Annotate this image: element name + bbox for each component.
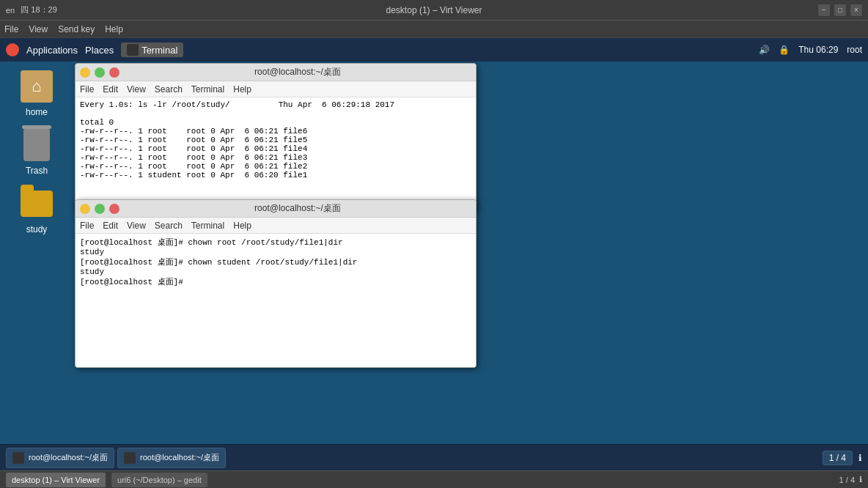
terminal-1-maximize[interactable] xyxy=(95,67,105,78)
vm-pager-icon[interactable]: ℹ xyxy=(858,453,862,463)
terminals-area: root@localhost:~/桌面 File Edit View Searc… xyxy=(73,62,868,444)
maximize-button[interactable]: □ xyxy=(834,4,846,16)
study-icon-label: study xyxy=(26,224,48,234)
home-icon-img xyxy=(19,69,54,104)
taskbar-terminal-icon-2 xyxy=(124,452,136,464)
trash-icon-label: Trash xyxy=(26,166,48,176)
titlebar-lang-time: en 四 18：29 xyxy=(6,4,57,15)
panel-right: 🔊 🔒 Thu 06:29 root xyxy=(759,45,862,55)
study-icon-img xyxy=(19,186,54,221)
vm-screen: Applications Places Terminal 🔊 🔒 Thu 06:… xyxy=(0,38,868,470)
outer-pager-icon: ℹ xyxy=(859,475,862,484)
language-indicator: en xyxy=(6,6,15,15)
menu-help[interactable]: Help xyxy=(105,24,123,34)
t2-menu-search[interactable]: Search xyxy=(155,221,183,231)
volume-icon[interactable]: 🔊 xyxy=(759,45,770,55)
t2-menu-edit[interactable]: Edit xyxy=(103,221,118,231)
terminal-1-minimize[interactable] xyxy=(80,67,90,78)
vm-top-panel: Applications Places Terminal 🔊 🔒 Thu 06:… xyxy=(0,38,868,62)
terminal-window-2[interactable]: root@localhost:~/桌面 File Edit View Searc… xyxy=(75,199,477,368)
menu-sendkey[interactable]: Send key xyxy=(58,24,95,34)
terminal-2-content: [root@localhost 桌面]# chown root /root/st… xyxy=(76,234,476,367)
terminal-window-1[interactable]: root@localhost:~/桌面 File Edit View Searc… xyxy=(75,63,477,210)
outer-taskbar-item-2[interactable]: uri6 (~/Desktop) – gedit xyxy=(111,473,207,487)
t1-menu-search[interactable]: Search xyxy=(155,84,183,95)
home-folder-icon xyxy=(21,70,53,103)
terminal-1-title: root@localhost:~/桌面 xyxy=(124,66,471,78)
close-button[interactable]: × xyxy=(850,4,862,16)
terminal-2-minimize[interactable] xyxy=(80,204,90,214)
terminal-2-titlebar: root@localhost:~/桌面 xyxy=(76,200,476,218)
taskbar-item-1-label: root@localhost:~/桌面 xyxy=(29,452,108,463)
terminal-1-menubar: File Edit View Search Terminal Help xyxy=(76,81,476,97)
terminal-2-close[interactable] xyxy=(109,204,119,214)
vm-desktop: home Trash study xyxy=(0,62,868,444)
t1-menu-terminal[interactable]: Terminal xyxy=(191,84,224,95)
home-icon-label: home xyxy=(26,107,48,117)
t1-menu-file[interactable]: File xyxy=(80,84,94,95)
outer-pager: 1 / 4 ℹ xyxy=(839,475,862,484)
study-folder-icon xyxy=(21,191,53,217)
outer-item-1-label: desktop (1) – Virt Viewer xyxy=(12,476,100,484)
outer-taskbar-item-1[interactable]: desktop (1) – Virt Viewer xyxy=(6,473,106,487)
virt-menubar: File View Send key Help xyxy=(0,21,868,38)
terminal-2-maximize[interactable] xyxy=(95,204,105,214)
outer-pager-info: 1 / 4 xyxy=(839,476,855,484)
app-icon xyxy=(6,43,19,56)
outer-item-2-label: uri6 (~/Desktop) – gedit xyxy=(117,476,202,484)
virt-titlebar: en 四 18：29 desktop (1) – Virt Viewer − □… xyxy=(0,0,868,21)
panel-apps: Applications Places Terminal xyxy=(6,42,183,57)
terminal-icon xyxy=(127,44,139,56)
trash-bin-icon xyxy=(23,129,50,161)
vm-taskbar-pager: 1 / 4 ℹ xyxy=(823,451,862,465)
desktop-icon-trash[interactable]: Trash xyxy=(19,127,54,176)
vm-pager-info[interactable]: 1 / 4 xyxy=(823,451,853,465)
desktop-icon-study[interactable]: study xyxy=(19,186,54,234)
virt-viewer-window: en 四 18：29 desktop (1) – Virt Viewer − □… xyxy=(0,0,868,488)
titlebar-time: 四 18：29 xyxy=(21,4,57,15)
terminal-1-titlebar: root@localhost:~/桌面 xyxy=(76,64,476,81)
panel-terminal-button[interactable]: Terminal xyxy=(121,42,183,57)
t2-menu-terminal[interactable]: Terminal xyxy=(191,221,224,231)
desktop-icon-home[interactable]: home xyxy=(19,69,54,117)
terminal-2-menubar: File Edit View Search Terminal Help xyxy=(76,218,476,234)
taskbar-item-2-label: root@localhost:~/桌面 xyxy=(140,452,219,463)
minimize-button[interactable]: − xyxy=(818,4,830,16)
vm-taskbar: root@localhost:~/桌面 root@localhost:~/桌面 … xyxy=(0,444,868,470)
panel-terminal-label: Terminal xyxy=(141,45,177,56)
window-controls: − □ × xyxy=(818,4,862,16)
t1-menu-view[interactable]: View xyxy=(127,84,146,95)
menu-file[interactable]: File xyxy=(4,24,18,34)
menu-view[interactable]: View xyxy=(29,24,48,34)
taskbar-terminal-icon-1 xyxy=(12,452,24,464)
panel-places[interactable]: Places xyxy=(85,45,114,56)
t2-menu-view[interactable]: View xyxy=(127,221,146,231)
terminal-2-title: root@localhost:~/桌面 xyxy=(124,202,471,215)
terminal-1-close[interactable] xyxy=(109,67,119,78)
panel-applications[interactable]: Applications xyxy=(26,45,78,56)
network-icon[interactable]: 🔒 xyxy=(779,45,790,55)
desktop-icons: home Trash study xyxy=(0,62,73,444)
titlebar-title: desktop (1) – Virt Viewer xyxy=(386,5,482,15)
t1-menu-edit[interactable]: Edit xyxy=(103,84,118,95)
panel-user: root xyxy=(847,45,862,55)
t1-menu-help[interactable]: Help xyxy=(233,84,251,95)
outer-taskbar: desktop (1) – Virt Viewer uri6 (~/Deskto… xyxy=(0,470,868,488)
t2-menu-file[interactable]: File xyxy=(80,221,94,231)
terminal-1-content: Every 1.0s: ls -lr /root/study/ Thu Apr … xyxy=(76,97,476,209)
taskbar-item-1[interactable]: root@localhost:~/桌面 xyxy=(6,448,114,468)
trash-icon-img xyxy=(19,127,54,163)
panel-time: Thu 06:29 xyxy=(798,45,838,55)
t2-menu-help[interactable]: Help xyxy=(233,221,251,231)
taskbar-item-2[interactable]: root@localhost:~/桌面 xyxy=(117,448,226,468)
